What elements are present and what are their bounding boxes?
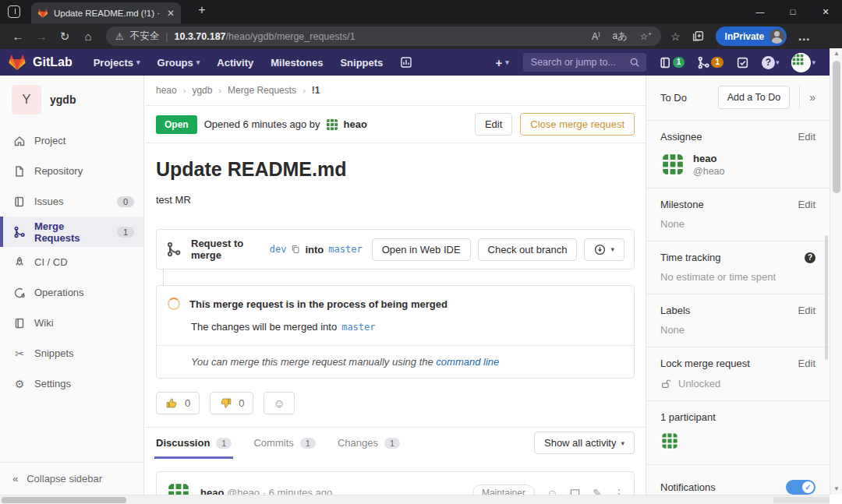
favorites-icon[interactable]: ☆ (670, 30, 681, 43)
target-branch-link[interactable]: master (328, 244, 362, 255)
help-menu[interactable]: ? ▾ (755, 56, 786, 69)
author-name[interactable]: heao (344, 118, 367, 130)
tab-discussion[interactable]: Discussion1 (156, 428, 232, 459)
sidebar-item-operations[interactable]: Operations (0, 277, 143, 308)
issues-menu-icon[interactable]: 1 (653, 56, 692, 69)
edit-button[interactable]: Edit (475, 113, 512, 136)
target-branch-link[interactable]: master (341, 322, 375, 333)
milestone-edit-link[interactable]: Edit (798, 199, 815, 210)
nav-projects[interactable]: Projects▾ (85, 57, 149, 69)
thumbs-up-button[interactable]: 0 (156, 392, 200, 414)
add-reaction-icon[interactable]: ☺ (547, 487, 557, 495)
breadcrumb-item[interactable]: Merge Requests (228, 85, 296, 96)
user-menu[interactable]: ▾ (785, 53, 822, 72)
add-todo-button[interactable]: Add a To Do (718, 86, 791, 109)
tab-close-icon[interactable]: ✕ (167, 8, 175, 19)
opened-meta: Opened 6 minutes ago by heao (204, 118, 367, 132)
read-aloud-icon[interactable]: A) (592, 30, 600, 42)
sidebar-item-cicd[interactable]: CI / CD (0, 247, 143, 277)
reply-icon[interactable] (569, 488, 581, 495)
address-bar[interactable]: ⚠ 不安全 | 10.3.70.187/heao/ygdb/merge_requ… (106, 26, 661, 46)
breadcrumb-item[interactable]: heao (156, 85, 177, 96)
back-icon[interactable]: ← (6, 30, 30, 43)
collections-icon[interactable] (692, 30, 705, 43)
assignee-avatar[interactable] (660, 152, 685, 177)
chevron-down-icon: ▾ (812, 58, 815, 66)
sidebar-item-repository[interactable]: Repository (0, 156, 143, 186)
participant-avatar[interactable] (660, 432, 679, 450)
sidebar-item-settings[interactable]: ⚙ Settings (0, 368, 143, 399)
open-web-ide-button[interactable]: Open in Web IDE (372, 238, 471, 261)
charts-icon[interactable] (391, 56, 421, 69)
sidebar-item-merge-requests[interactable]: Merge Requests 1 (0, 217, 143, 247)
thumbs-down-button[interactable]: 0 (210, 392, 253, 414)
horizontal-scrollbar[interactable] (0, 495, 830, 504)
inprivate-badge[interactable]: InPrivate (716, 26, 787, 46)
more-actions-icon[interactable]: ⋮ (614, 487, 624, 495)
merge-requests-menu-icon[interactable]: 1 (691, 56, 730, 69)
sidebar-item-snippets[interactable]: ✂ Snippets (0, 338, 143, 368)
toolbar-right: ☆ InPrivate … (670, 26, 810, 46)
sidebar-item-issues[interactable]: Issues 0 (0, 186, 143, 217)
assignee-name[interactable]: heao (693, 153, 725, 164)
gitlab-brand[interactable]: GitLab (8, 53, 73, 72)
lock-edit-link[interactable]: Edit (798, 358, 815, 369)
author-avatar[interactable] (325, 118, 339, 132)
nav-groups[interactable]: Groups▾ (149, 57, 209, 69)
scroll-up-arrow[interactable]: ▲ (830, 48, 842, 59)
search-input[interactable] (523, 53, 646, 72)
horizontal-scrollbar-thumb[interactable] (2, 497, 126, 503)
project-header[interactable]: Y ygdb (0, 76, 143, 125)
notifications-toggle[interactable]: ✓ (786, 480, 815, 495)
vertical-scrollbar-thumb[interactable] (833, 61, 840, 193)
tab-actions-icon[interactable] (8, 5, 20, 18)
labels-edit-link[interactable]: Edit (798, 305, 815, 316)
close-merge-request-button[interactable]: Close merge request (520, 113, 635, 136)
command-line-link[interactable]: command line (436, 356, 499, 368)
comment-avatar[interactable] (166, 481, 191, 495)
minimize-button[interactable]: — (744, 0, 777, 23)
profile-avatar[interactable] (769, 29, 784, 44)
new-tab-button[interactable]: + (193, 3, 210, 17)
forward-icon[interactable]: → (30, 30, 53, 43)
sidebar-item-project[interactable]: Project (0, 125, 143, 156)
sidebar-item-wiki[interactable]: Wiki (0, 308, 143, 338)
collapse-sidebar-button[interactable]: « Collapse sidebar (0, 462, 143, 495)
checkout-branch-button[interactable]: Check out branch (478, 238, 578, 261)
translate-icon[interactable]: aあ (613, 30, 628, 43)
collapse-right-sidebar-icon[interactable]: » (799, 86, 815, 109)
add-reaction-button[interactable]: ☺ (264, 392, 294, 414)
time-tracking-label: Time tracking (660, 252, 721, 263)
tab-commits[interactable]: Commits1 (253, 428, 315, 459)
browser-tab[interactable]: Update README.md (!1) · Merge ✕ (31, 2, 181, 23)
download-dropdown-button[interactable]: ▾ (584, 238, 624, 261)
todos-icon[interactable] (730, 56, 755, 69)
url-text[interactable]: 10.3.70.187/heao/ygdb/merge_requests/1 (175, 31, 356, 42)
comment-card: heao @heao · 6 minutes ago Maintainer ☺ … (156, 471, 635, 495)
nav-snippets[interactable]: Snippets (331, 57, 391, 69)
close-window-button[interactable]: ✕ (809, 0, 842, 23)
nav-activity[interactable]: Activity (208, 57, 262, 69)
maximize-button[interactable]: □ (777, 0, 809, 23)
activity-filter-dropdown[interactable]: Show all activity ▾ (534, 432, 635, 454)
labels-value: None (660, 324, 815, 336)
tab-changes[interactable]: Changes1 (338, 428, 400, 459)
nav-milestones[interactable]: Milestones (262, 57, 331, 69)
help-icon[interactable]: ? (805, 252, 815, 263)
sidebar-scrollbar-thumb[interactable] (825, 235, 828, 360)
home-icon[interactable]: ⌂ (76, 30, 100, 43)
comment-author[interactable]: heao (200, 487, 224, 495)
security-warning-label[interactable]: 不安全 (130, 30, 160, 43)
assignee-edit-link[interactable]: Edit (798, 131, 815, 143)
breadcrumb-item[interactable]: ygdb (192, 85, 212, 96)
browser-toolbar: ← → ↻ ⌂ ⚠ 不安全 | 10.3.70.187/heao/ygdb/me… (0, 23, 842, 49)
refresh-icon[interactable]: ↻ (53, 30, 76, 44)
vertical-scrollbar[interactable]: ▲ ▼ (830, 48, 842, 495)
source-branch-link[interactable]: dev (270, 244, 287, 255)
copy-branch-icon[interactable] (291, 244, 300, 255)
browser-menu-icon[interactable]: … (798, 30, 810, 44)
edit-comment-icon[interactable]: ✎ (593, 487, 602, 495)
scroll-down-arrow[interactable]: ▼ (830, 484, 842, 495)
add-favorite-icon[interactable]: ☆+ (640, 30, 652, 42)
new-menu-button[interactable]: +▾ (488, 56, 517, 69)
